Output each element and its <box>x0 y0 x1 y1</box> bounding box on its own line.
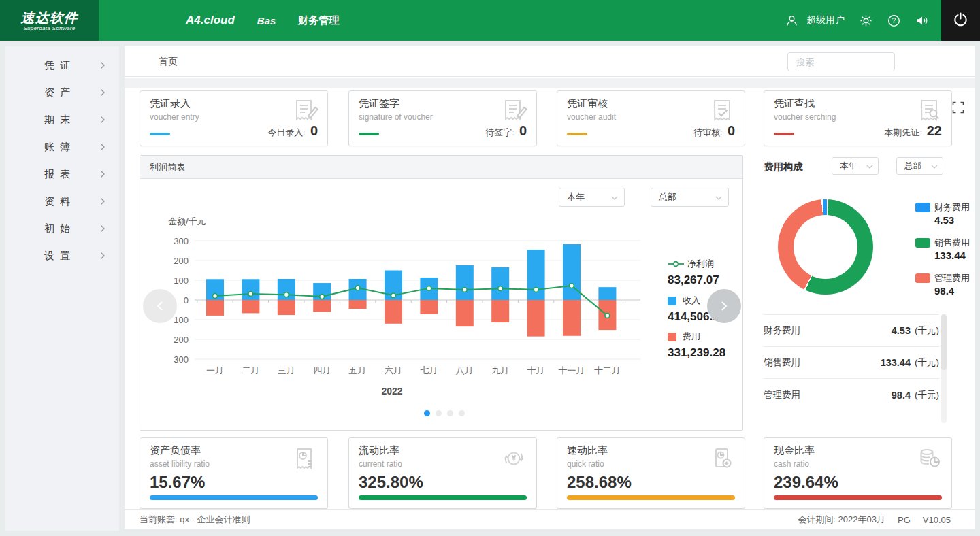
chevron-right-icon <box>100 170 105 178</box>
profit-bar-chart: 3002001000100200300一月二月三月四月五月六月七月八月九月十月十… <box>154 234 671 384</box>
nav-item-finance[interactable]: 财务管理 <box>298 14 339 27</box>
svg-text:100: 100 <box>174 315 189 325</box>
sidebar-item-period-end[interactable]: 期 末 <box>5 106 119 133</box>
expense-period-select[interactable]: 本年 <box>832 157 879 175</box>
cash-ratio-icon <box>913 443 945 478</box>
svg-text:200: 200 <box>174 256 189 266</box>
x-axis-year-label: 2022 <box>372 386 412 397</box>
svg-text:十二月: 十二月 <box>594 365 621 375</box>
tab-home[interactable]: 首页 <box>159 46 178 77</box>
chevron-left-icon <box>157 301 163 312</box>
chevron-right-icon <box>721 301 728 312</box>
speaker-icon[interactable] <box>915 15 929 27</box>
chevron-down-icon <box>866 165 873 169</box>
svg-text:六月: 六月 <box>385 365 402 375</box>
ratio-bar <box>567 495 735 500</box>
svg-text:十一月: 十一月 <box>559 365 585 375</box>
app-header: 速达软件 Superdata Software A4.cloud Bas 财务管… <box>0 0 980 41</box>
pagination-dot-4[interactable] <box>459 410 465 416</box>
username[interactable]: 超级用户 <box>806 14 845 27</box>
ratio-value: 239.64% <box>774 473 838 492</box>
pagination-dot-3[interactable] <box>447 410 453 416</box>
voucher-entry-icon <box>291 97 321 129</box>
logout-power-button[interactable] <box>941 0 980 41</box>
main-content: 首页 凭证录入 voucher entry 今日录入: 0 凭证签字 signa… <box>125 46 975 529</box>
svg-text:100: 100 <box>174 275 189 286</box>
gear-icon[interactable] <box>860 14 872 27</box>
svg-text:300: 300 <box>174 354 189 365</box>
tabbar-spacer <box>125 78 975 88</box>
carousel-prev-button[interactable] <box>143 289 177 323</box>
header-user-area: 超级用户 ? <box>785 0 941 41</box>
nav-item-a4cloud[interactable]: A4.cloud <box>186 14 235 27</box>
accent-dash <box>774 133 794 135</box>
search-box[interactable] <box>787 52 895 71</box>
expense-table: 财务费用 4.53 (千元) 销售费用 133.44 (千元) 管理费用 98.… <box>764 314 939 411</box>
expense-table-scrollbar[interactable] <box>941 314 947 423</box>
legend-expense: 费用 331,239.28 <box>668 331 741 360</box>
voucher-search-icon <box>915 97 945 129</box>
profit-panel-title: 利润简表 <box>140 156 742 179</box>
sidebar-item-reports[interactable]: 报 表 <box>5 161 119 188</box>
nav-item-bas[interactable]: Bas <box>257 15 276 27</box>
sidebar: 凭 证 资 产 期 末 账 簿 报 表 资 料 初 始 设 置 <box>5 46 119 531</box>
svg-text:五月: 五月 <box>349 365 367 375</box>
card-quick-ratio: 速动比率 quick ratio 258.68% <box>557 437 745 509</box>
sales-expense-swatch <box>915 238 930 248</box>
card-voucher-search[interactable]: 凭证查找 voucher serching 本期凭证: 22 <box>764 90 952 146</box>
version-label: V10.05 <box>923 515 951 525</box>
sidebar-item-assets[interactable]: 资 产 <box>5 79 119 106</box>
table-row: 管理费用 98.4 (千元) <box>764 379 939 411</box>
fullscreen-button[interactable] <box>952 101 964 114</box>
status-bar: 当前账套: qx - 企业会计准则 会计期间: 2022年03月 PG V10.… <box>125 509 975 529</box>
card-cash-ratio: 现金比率 cash ratio 239.64% <box>764 437 952 509</box>
card-asset-liability-ratio: 资产负债率 asset libility ratio 15.67% <box>140 437 328 509</box>
svg-text:十月: 十月 <box>527 365 545 375</box>
chevron-right-icon <box>100 61 105 69</box>
accounting-period-label: 会计期间: 2022年03月 <box>798 514 885 526</box>
carousel-next-button[interactable] <box>707 289 741 323</box>
income-swatch <box>668 297 676 305</box>
chevron-right-icon <box>100 197 105 205</box>
card-voucher-signature[interactable]: 凭证签字 signature of voucher 待签字: 0 <box>348 90 537 146</box>
expense-org-select[interactable]: 总部 <box>896 157 943 175</box>
profit-period-select[interactable]: 本年 <box>559 188 625 207</box>
svg-text:?: ? <box>892 16 896 24</box>
current-ratio-icon: ¥ <box>498 443 529 478</box>
svg-text:七月: 七月 <box>420 365 438 375</box>
donut-legend-finance: 财务费用 4.53 <box>915 201 970 226</box>
pagination-dot-1[interactable] <box>424 410 430 416</box>
ratio-value: 325.80% <box>359 473 423 492</box>
voucher-signature-icon <box>500 97 529 129</box>
donut-legend-admin: 管理费用 98.4 <box>915 272 970 297</box>
svg-text:四月: 四月 <box>313 365 331 375</box>
chevron-right-icon <box>100 143 105 151</box>
ratio-value: 258.68% <box>567 473 632 492</box>
app-logo: 速达软件 Superdata Software <box>0 0 99 41</box>
quick-ratio-icon <box>706 443 738 478</box>
sidebar-item-account-books[interactable]: 账 簿 <box>5 133 119 161</box>
ratio-value: 15.67% <box>150 473 205 492</box>
header-nav: A4.cloud Bas 财务管理 <box>186 14 339 27</box>
sidebar-item-voucher[interactable]: 凭 证 <box>5 52 119 79</box>
sidebar-item-base-data[interactable]: 资 料 <box>5 188 119 215</box>
svg-text:三月: 三月 <box>278 365 295 375</box>
logo-title: 速达软件 <box>21 10 78 25</box>
card-voucher-entry[interactable]: 凭证录入 voucher entry 今日录入: 0 <box>140 90 328 146</box>
ratio-bar <box>774 495 942 500</box>
chevron-down-icon <box>931 165 938 169</box>
expense-donut-chart <box>778 199 873 295</box>
card-current-ratio: 流动比率 current ratio 325.80% ¥ <box>348 437 537 509</box>
user-icon[interactable] <box>785 15 798 27</box>
logo-subtitle: Superdata Software <box>23 25 75 31</box>
help-icon[interactable]: ? <box>887 14 900 27</box>
sidebar-item-settings[interactable]: 设 置 <box>5 242 119 269</box>
search-input[interactable] <box>788 57 919 67</box>
current-account-label: 当前账套: qx - 企业会计准则 <box>140 514 250 526</box>
pagination-dot-2[interactable] <box>436 410 442 416</box>
chevron-right-icon <box>100 224 105 233</box>
profit-org-select[interactable]: 总部 <box>651 188 729 207</box>
sidebar-item-initial[interactable]: 初 始 <box>5 215 119 242</box>
card-voucher-audit[interactable]: 凭证审核 voucher audit 待审核: 0 <box>557 90 745 146</box>
svg-text:¥: ¥ <box>511 455 516 463</box>
